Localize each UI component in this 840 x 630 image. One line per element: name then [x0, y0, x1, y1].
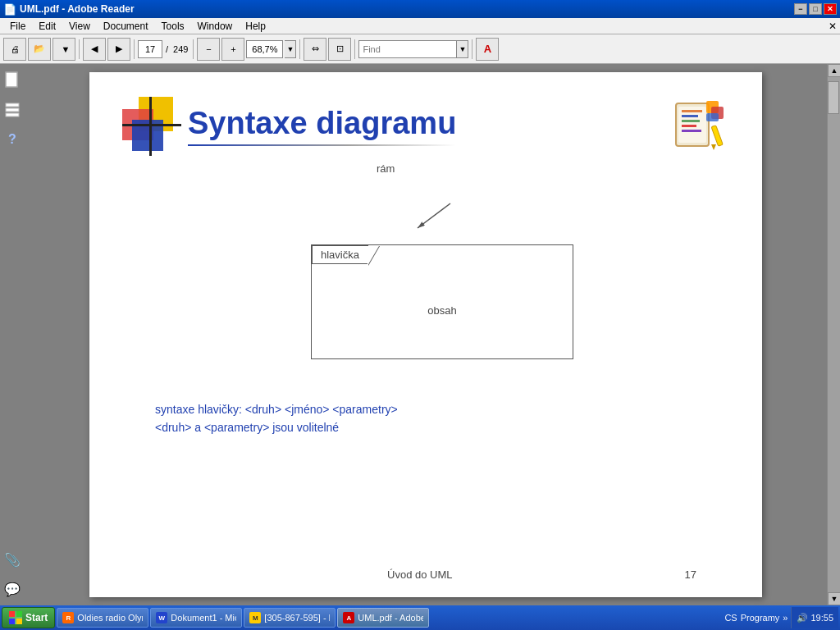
page-header: Syntaxe diagramu [89, 72, 762, 171]
title-underline [188, 144, 456, 146]
logo-vertical-line [149, 97, 152, 156]
sidebar-page-icon[interactable] [2, 71, 22, 90]
menu-close-x[interactable]: ✕ [829, 21, 837, 32]
taskbar-radio-icon: R [62, 612, 74, 623]
sidebar-help-icon[interactable]: ? [2, 130, 22, 149]
menu-bar: File Edit View Document Tools Window Hel… [0, 18, 840, 34]
syntax-line2: <druh> a <parametry> jsou volitelné [155, 418, 696, 436]
ram-arrow-svg [245, 195, 508, 236]
menu-file[interactable]: File [3, 19, 32, 34]
sidebar-comment-icon[interactable]: 💬 [2, 579, 22, 599]
frame-box: hlavička obsah [311, 244, 573, 359]
svg-rect-20 [16, 611, 22, 617]
zoom-level-input[interactable] [246, 40, 283, 58]
maximize-button[interactable]: □ [809, 3, 822, 15]
scroll-track[interactable] [828, 77, 840, 592]
right-scrollbar: ▲ ▼ [827, 64, 840, 605]
footer-right: 17 [685, 568, 696, 581]
print-button[interactable]: 🖨 [3, 38, 26, 61]
adobe-tools-button[interactable]: A [476, 38, 499, 61]
svg-line-17 [418, 203, 450, 228]
diagram-area: rám [89, 171, 762, 454]
separator-5 [354, 39, 355, 59]
taskbar-word-icon: W [156, 612, 167, 623]
layers-icon-svg [4, 102, 21, 118]
zoom-out-icon: − [206, 44, 211, 54]
svg-rect-15 [711, 126, 723, 147]
menu-document[interactable]: Document [97, 19, 155, 34]
title-bar: 📄 UML.pdf - Adobe Reader − □ ✕ [0, 0, 840, 18]
find-dropdown-button[interactable]: ▼ [457, 40, 468, 58]
scroll-up-button[interactable]: ▲ [828, 64, 840, 77]
programs-label: Programy [741, 613, 780, 623]
tab-corner [368, 246, 379, 266]
page-separator: / [164, 44, 170, 54]
menu-edit[interactable]: Edit [32, 19, 62, 34]
syntax-text: syntaxe hlavičky: <druh> <jméno> <parame… [122, 400, 729, 437]
taskbar-adobe-icon: A [343, 612, 354, 623]
sidebar-attachment-icon[interactable]: 📎 [2, 550, 22, 569]
svg-rect-2 [6, 103, 19, 107]
zoom-dropdown-button[interactable]: ▼ [285, 40, 296, 58]
open-button[interactable]: 📂 [28, 38, 51, 61]
left-sidebar: ? 📎 💬 [0, 64, 25, 605]
open-dropdown[interactable]: ▼ [52, 38, 75, 61]
svg-marker-16 [711, 144, 716, 150]
scroll-area[interactable]: Syntaxe diagramu [25, 64, 827, 605]
fit-page-button[interactable]: ⊡ [328, 38, 351, 61]
svg-rect-22 [16, 619, 22, 624]
page-title: Syntaxe diagramu [188, 106, 456, 141]
hlavicka-tab: hlavička [312, 245, 368, 264]
menu-view[interactable]: View [62, 19, 97, 34]
svg-rect-14 [706, 113, 719, 121]
separator-2 [134, 39, 135, 59]
fit-width-button[interactable]: ⇔ [304, 38, 326, 61]
zoom-in-icon: + [231, 44, 235, 54]
logo-graphic [122, 97, 180, 154]
taskbar-item-messenger[interactable]: M [305-867-595] - Mes... [244, 608, 336, 628]
menu-window[interactable]: Window [191, 19, 240, 34]
tray-arrow[interactable]: » [783, 613, 788, 623]
taskbar-tray: CS Programy » 🔊 19:55 [724, 607, 838, 628]
start-button[interactable]: Start [2, 607, 55, 628]
syntax-line1: syntaxe hlavičky: <druh> <jméno> <parame… [155, 400, 696, 418]
taskbar-messenger-label: [305-867-595] - Mes... [264, 613, 330, 623]
clock: 19:55 [810, 613, 833, 623]
taskbar-item-adobe[interactable]: A UML.pdf - Adobe Rea... [337, 608, 429, 628]
zoom-out-button[interactable]: − [197, 38, 220, 61]
taskbar-item-word[interactable]: W Dokument1 - Microso... [150, 608, 242, 628]
menu-help[interactable]: Help [239, 19, 272, 34]
back-icon: ◀ [91, 43, 98, 54]
windows-logo [9, 611, 22, 624]
svg-rect-19 [9, 611, 15, 617]
forward-button[interactable]: ▶ [107, 38, 130, 61]
back-button[interactable]: ◀ [83, 38, 106, 61]
minimize-button[interactable]: − [794, 3, 807, 15]
svg-rect-21 [9, 619, 15, 624]
taskbar-messenger-icon: M [249, 612, 261, 623]
taskbar-word-label: Dokument1 - Microso... [171, 613, 236, 623]
svg-rect-9 [682, 120, 700, 122]
separator-4 [299, 39, 300, 59]
logo-horizontal-line [122, 124, 181, 126]
taskbar-item-radio[interactable]: R Oldies radio Olympic ... [57, 608, 148, 628]
find-input[interactable] [358, 40, 457, 58]
system-tray: 🔊 19:55 [791, 607, 838, 628]
scroll-thumb[interactable] [828, 81, 839, 114]
ram-label: rám [377, 162, 395, 175]
scroll-down-button[interactable]: ▼ [828, 592, 840, 605]
separator-1 [79, 39, 80, 59]
zoom-in-button[interactable]: + [221, 38, 244, 61]
svg-rect-7 [682, 110, 702, 112]
sidebar-layers-icon[interactable] [2, 100, 22, 120]
header-logo: Syntaxe diagramu [122, 97, 456, 154]
start-icon [9, 611, 22, 624]
close-button[interactable]: ✕ [824, 3, 837, 15]
svg-rect-3 [6, 108, 19, 112]
page-number-input[interactable] [138, 40, 162, 58]
svg-rect-0 [6, 72, 17, 87]
svg-rect-11 [682, 130, 701, 132]
menu-tools[interactable]: Tools [155, 19, 191, 34]
ram-annotation: rám [245, 187, 606, 228]
title-bar-left: 📄 UML.pdf - Adobe Reader [3, 3, 135, 16]
